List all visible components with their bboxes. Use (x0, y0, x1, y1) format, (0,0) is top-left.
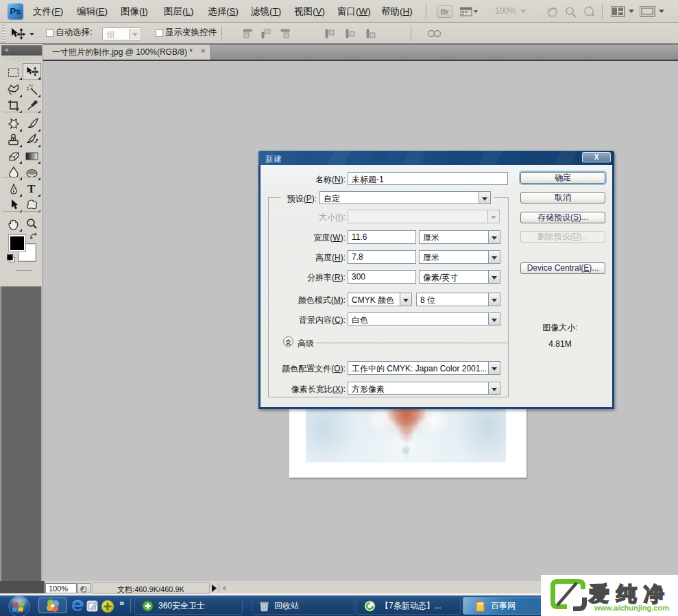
svg-text:T: T (27, 183, 36, 195)
